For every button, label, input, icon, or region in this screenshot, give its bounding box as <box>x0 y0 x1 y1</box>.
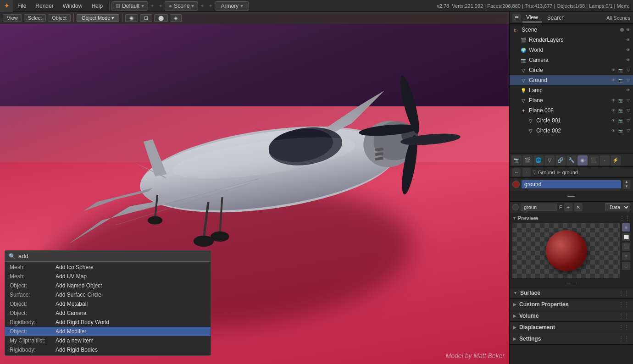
search-result-item[interactable]: Object:Add Modifier <box>5 327 211 336</box>
section-options-custom_properties[interactable]: ⋮⋮ <box>618 301 629 308</box>
section-header-displacement[interactable]: ▶ Displacement ⋮⋮ <box>510 322 633 333</box>
scene-selector[interactable]: ● Scene ▾ <box>165 1 198 11</box>
object-menu[interactable]: Object <box>48 14 71 22</box>
props-material-icon[interactable]: ◉ <box>577 155 588 165</box>
outliner-item[interactable]: ▽Circle.002👁📷▽ <box>510 126 633 136</box>
render-icon[interactable]: 📷 <box>617 107 624 114</box>
stepper-up[interactable]: ▲ <box>623 180 630 184</box>
viewport-wire[interactable]: ⊡ <box>140 14 152 22</box>
search-result-item[interactable]: My Cliptraitlist:Add a new item <box>5 336 211 345</box>
object-mode-selector[interactable]: Object Mode ▾ <box>77 14 119 22</box>
preview-collapse-arrow[interactable]: ▼ <box>512 216 516 221</box>
outliner-item[interactable]: ✦Plane.008👁📷▽ <box>510 105 633 116</box>
section-header-surface[interactable]: ▼ Surface ⋮⋮ <box>510 287 633 298</box>
viewport-shading[interactable]: ◉ <box>125 14 138 22</box>
filter-icon[interactable]: ▽ <box>625 97 631 104</box>
preview-options[interactable]: ⋮⋮ <box>619 215 630 221</box>
visibility-icon[interactable]: 👁 <box>610 67 616 73</box>
props-nav-icon[interactable]: · <box>522 168 531 176</box>
outliner-item[interactable]: 🎬RenderLayers👁 <box>510 35 633 45</box>
outliner-item[interactable]: ▽Circle.001👁📷▽ <box>510 116 633 126</box>
visibility-icon[interactable]: 👁 <box>625 57 631 63</box>
preview-flat-btn[interactable]: ⬜ <box>622 233 630 241</box>
props-object-icon[interactable]: ▽ <box>544 155 555 165</box>
data-add-btn[interactable]: + <box>564 203 572 211</box>
render-icon[interactable]: 📷 <box>617 97 624 104</box>
visibility-icon[interactable]: 👁 <box>625 87 631 94</box>
preview-sky-btn[interactable]: ◌ <box>622 262 630 270</box>
view-tab[interactable]: View <box>522 13 542 22</box>
search-tab[interactable]: Search <box>544 14 568 22</box>
section-options-surface[interactable]: ⋮⋮ <box>618 290 629 296</box>
search-result-item[interactable]: Mesh:Add Ico Sphere <box>5 263 211 272</box>
visibility-icon[interactable]: 👁 <box>610 107 616 114</box>
props-back-btn[interactable]: ← <box>512 168 521 176</box>
outliner-item[interactable]: 💡Lamp👁 <box>510 85 633 95</box>
search-result-item[interactable]: Rigidbody:Add Rigid Bodies <box>5 345 211 354</box>
data-remove-btn[interactable]: ✕ <box>574 203 583 211</box>
props-world-icon[interactable]: 🌐 <box>533 155 544 165</box>
props-texture-icon[interactable]: ⬛ <box>589 155 599 165</box>
outliner-icon[interactable]: ☰ <box>512 14 521 22</box>
visibility-icon[interactable]: 👁 <box>610 97 616 104</box>
filter-icon[interactable]: ▽ <box>625 127 631 134</box>
search-result-item[interactable]: Rigidbody:Add Rigid Body World <box>5 318 211 327</box>
material-color-swatch[interactable] <box>512 181 520 188</box>
visibility-icon[interactable]: 👁 <box>610 117 616 124</box>
outliner-item[interactable]: 🌍World👁 <box>510 45 633 55</box>
outliner-item[interactable]: 📷Camera👁 <box>510 55 633 65</box>
search-input[interactable] <box>18 253 207 259</box>
section-header-custom_properties[interactable]: ▶ Custom Properties ⋮⋮ <box>510 299 633 310</box>
props-constraint-icon[interactable]: 🔗 <box>555 155 566 165</box>
menu-window[interactable]: Window <box>58 0 87 12</box>
view-menu[interactable]: View <box>3 14 22 22</box>
preview-cube-btn[interactable]: ⬛ <box>622 243 630 251</box>
render-icon[interactable]: 📷 <box>617 127 624 134</box>
material-name-input[interactable] <box>522 180 621 188</box>
outliner-item[interactable]: ▽Circle👁📷▽ <box>510 65 633 75</box>
preview-sphere-btn[interactable]: ◉ <box>622 223 630 232</box>
select-menu[interactable]: Select <box>24 14 46 22</box>
render-icon[interactable]: 📷 <box>617 117 624 124</box>
render-icon[interactable]: 📷 <box>617 67 624 73</box>
filter-icon[interactable]: ▽ <box>625 67 631 73</box>
section-header-volume[interactable]: ▶ Volume ⋮⋮ <box>510 310 633 321</box>
props-physics-icon[interactable]: ⚡ <box>611 155 621 165</box>
section-options-volume[interactable]: ⋮⋮ <box>618 313 629 319</box>
visibility-icon[interactable]: 👁 <box>610 127 616 134</box>
props-modifier-icon[interactable]: 🔧 <box>566 155 577 165</box>
section-options-settings[interactable]: ⋮⋮ <box>618 336 629 342</box>
menu-render[interactable]: Render <box>31 0 58 12</box>
search-result-item[interactable]: Object:Add Named Object <box>5 281 211 290</box>
search-result-item[interactable]: Object:Add Metaball <box>5 299 211 309</box>
3d-viewport[interactable]: View Select Object Object Mode ▾ ◉ ⊡ ⬤ ◈ <box>0 12 509 364</box>
props-particles-icon[interactable]: · <box>600 155 610 165</box>
search-result-item[interactable]: Surface:Add Surface Circle <box>5 290 211 299</box>
viewport-render[interactable]: ◈ <box>170 14 182 22</box>
filter-icon[interactable]: ▽ <box>625 77 631 83</box>
props-scene-icon[interactable]: 🎬 <box>522 155 533 165</box>
engine-selector[interactable]: Armory ▾ <box>215 1 249 11</box>
visibility-icon[interactable]: 👁 <box>610 77 616 83</box>
data-name-input[interactable] <box>521 204 557 211</box>
filter-icon[interactable]: ▽ <box>625 107 631 114</box>
preview-hair-btn[interactable]: ≡ <box>622 252 630 260</box>
render-icon[interactable]: 📷 <box>617 77 624 83</box>
section-options-displacement[interactable]: ⋮⋮ <box>618 324 629 331</box>
outliner-item[interactable]: ▷Scene👁 <box>510 25 633 35</box>
section-header-settings[interactable]: ▶ Settings ⋮⋮ <box>510 333 633 344</box>
visibility-icon[interactable]: 👁 <box>625 27 631 33</box>
viewport-material[interactable]: ⬤ <box>154 14 168 22</box>
search-result-item[interactable]: Object:Add Camera <box>5 309 211 318</box>
outliner-item[interactable]: ▽Ground👁📷▽ <box>510 75 633 85</box>
menu-file[interactable]: File <box>13 0 31 12</box>
search-result-item[interactable]: Mesh:Add UV Map <box>5 272 211 281</box>
visibility-icon[interactable]: 👁 <box>625 47 631 53</box>
data-dropdown[interactable]: Data <box>605 203 630 211</box>
filter-icon[interactable]: ▽ <box>625 117 631 124</box>
props-render-icon[interactable]: 📷 <box>511 155 522 165</box>
outliner-item[interactable]: ▽Plane👁📷▽ <box>510 95 633 105</box>
visibility-icon[interactable]: 👁 <box>625 37 631 43</box>
menu-help[interactable]: Help <box>87 0 107 12</box>
stepper-down[interactable]: ▼ <box>623 184 630 189</box>
